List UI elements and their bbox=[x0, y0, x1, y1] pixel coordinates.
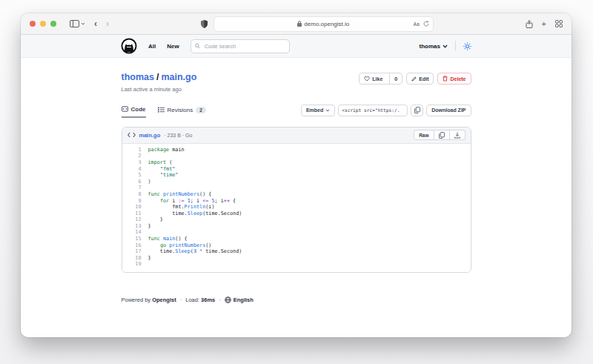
edit-label: Edit bbox=[419, 76, 428, 82]
tab-code-label: Code bbox=[131, 106, 146, 113]
address-bar[interactable]: demo.opengist.io Aa bbox=[213, 16, 434, 32]
line-number: 9 bbox=[122, 198, 148, 205]
tab-code[interactable]: Code bbox=[122, 106, 146, 118]
like-count: 0 bbox=[389, 73, 402, 84]
code-line: 14 bbox=[122, 229, 471, 236]
copy-file-button[interactable] bbox=[434, 130, 450, 140]
share-icon[interactable] bbox=[526, 20, 533, 28]
tab-overview-icon[interactable] bbox=[555, 20, 563, 27]
line-number: 14 bbox=[122, 229, 148, 236]
theme-toggle-sun-icon[interactable] bbox=[463, 42, 471, 50]
code-line: 11 time.Sleep(time.Second) bbox=[122, 211, 471, 217]
copy-icon bbox=[439, 132, 445, 139]
revisions-count-badge: 2 bbox=[196, 107, 206, 113]
code-line: 3import ( bbox=[122, 159, 471, 166]
code-icon bbox=[122, 106, 128, 112]
code-line: 2 bbox=[122, 153, 471, 159]
site-header: All New thomas bbox=[21, 35, 572, 58]
line-number: 7 bbox=[122, 185, 148, 191]
code-line: 7 bbox=[122, 185, 471, 191]
code-line: 9 for i := 1; i <= 5; i++ { bbox=[122, 198, 471, 205]
code-line: 17 time.Sleep(3 * time.Second) bbox=[122, 248, 471, 255]
user-menu[interactable]: thomas bbox=[420, 43, 448, 50]
like-button[interactable]: Like 0 bbox=[359, 73, 402, 85]
line-number: 18 bbox=[122, 255, 148, 262]
line-number: 12 bbox=[122, 216, 148, 223]
zoom-window-button[interactable] bbox=[50, 21, 56, 27]
line-number: 4 bbox=[122, 166, 148, 173]
code-line: 1package main bbox=[122, 147, 471, 153]
code-line: 10 fmt.Println(i) bbox=[122, 204, 471, 211]
line-number: 16 bbox=[122, 242, 148, 249]
back-button[interactable]: ‹ bbox=[94, 19, 97, 28]
language-selector[interactable]: English bbox=[233, 297, 254, 303]
opengist-logo[interactable] bbox=[121, 38, 137, 54]
close-window-button[interactable] bbox=[30, 21, 36, 27]
tab-revisions[interactable]: Revisions 2 bbox=[158, 107, 206, 117]
page-settings-icon[interactable]: Aa bbox=[413, 21, 419, 27]
code-line: 16 go printNumbers() bbox=[122, 242, 471, 249]
load-label: Load: bbox=[185, 297, 199, 303]
nav-all[interactable]: All bbox=[148, 43, 156, 50]
chevron-down-icon bbox=[325, 109, 330, 112]
pencil-icon bbox=[411, 76, 417, 82]
tab-revisions-label: Revisions bbox=[168, 107, 193, 113]
username-label: thomas bbox=[420, 43, 440, 50]
code-line: 18} bbox=[122, 255, 471, 262]
line-number: 5 bbox=[122, 172, 148, 179]
list-icon bbox=[158, 107, 165, 113]
download-file-button[interactable] bbox=[450, 130, 466, 140]
code-line: 6) bbox=[122, 179, 471, 185]
raw-button[interactable]: Raw bbox=[414, 130, 434, 140]
code-block[interactable]: 1package main2 3import (4 "fmt"5 "time"6… bbox=[122, 144, 471, 272]
reload-icon[interactable] bbox=[423, 21, 429, 27]
line-number: 19 bbox=[122, 261, 148, 268]
download-icon bbox=[454, 132, 460, 139]
search-input[interactable] bbox=[203, 42, 285, 50]
search-icon bbox=[195, 43, 200, 49]
file-card: main.go · 233 B · Go Raw 1packa bbox=[122, 127, 471, 273]
last-active-text: Last active a minute ago bbox=[122, 86, 197, 93]
chevron-down-icon bbox=[443, 44, 448, 48]
globe-icon bbox=[225, 297, 231, 303]
file-name-link[interactable]: main.go bbox=[139, 132, 161, 139]
sidebar-toggle-icon[interactable] bbox=[70, 20, 85, 27]
header-divider bbox=[455, 41, 456, 51]
trash-icon bbox=[443, 76, 448, 82]
forward-button[interactable]: › bbox=[106, 19, 109, 28]
download-zip-button[interactable]: Download ZIP bbox=[426, 105, 471, 116]
line-number: 15 bbox=[122, 236, 148, 242]
file-card-header: main.go · 233 B · Go Raw bbox=[122, 128, 471, 144]
gist-owner-link[interactable]: thomas bbox=[122, 72, 154, 82]
embed-button[interactable]: Embed bbox=[301, 105, 335, 116]
line-number: 10 bbox=[122, 204, 148, 211]
copy-icon bbox=[414, 107, 420, 113]
new-tab-icon[interactable]: + bbox=[542, 19, 546, 28]
line-number: 3 bbox=[122, 159, 148, 166]
line-number: 13 bbox=[122, 223, 148, 230]
url-text: demo.opengist.io bbox=[304, 21, 349, 27]
brand-link[interactable]: Opengist bbox=[152, 297, 176, 303]
code-line: 5 "time" bbox=[122, 172, 471, 179]
nav-new[interactable]: New bbox=[167, 43, 179, 50]
privacy-shield-icon[interactable] bbox=[201, 20, 208, 28]
line-number: 11 bbox=[122, 211, 148, 217]
search-box[interactable] bbox=[191, 39, 290, 53]
code-line: 12 } bbox=[122, 216, 471, 223]
line-number: 8 bbox=[122, 191, 148, 198]
edit-button[interactable]: Edit bbox=[406, 73, 434, 85]
minimize-window-button[interactable] bbox=[40, 21, 46, 27]
embed-snippet-input[interactable]: <script src="https:/. bbox=[338, 105, 408, 116]
footer: Powered by Opengist · Load: 36ms · Engli… bbox=[122, 297, 471, 303]
file-language: Go bbox=[185, 133, 192, 138]
copy-embed-button[interactable] bbox=[411, 105, 423, 116]
line-number: 2 bbox=[122, 153, 148, 159]
embed-label: Embed bbox=[306, 107, 323, 113]
title-separator: / bbox=[156, 72, 159, 82]
delete-button[interactable]: Delete bbox=[437, 73, 471, 85]
code-line: 4 "fmt" bbox=[122, 166, 471, 173]
gist-title: thomas/main.go bbox=[122, 73, 197, 83]
gist-filename-link[interactable]: main.go bbox=[161, 72, 196, 82]
code-brackets-icon bbox=[127, 132, 136, 138]
code-line: 13} bbox=[122, 223, 471, 230]
